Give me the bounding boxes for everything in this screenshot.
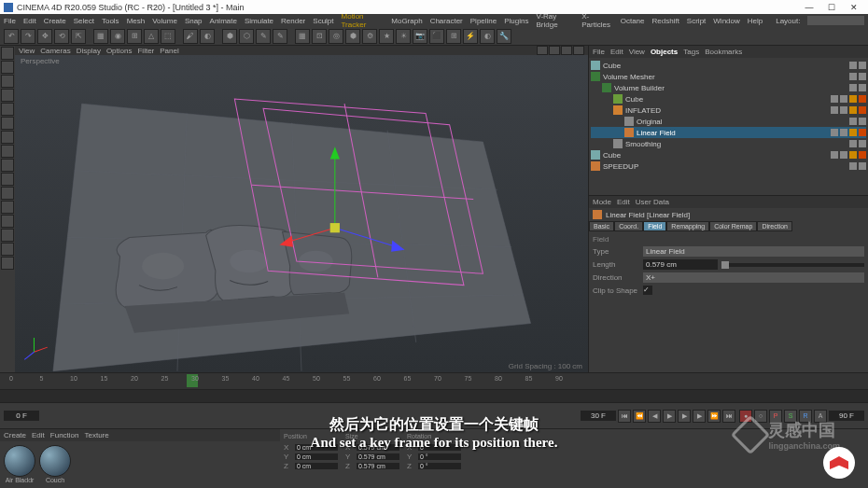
command-search[interactable] bbox=[807, 16, 864, 25]
range-start-field[interactable]: 0 F bbox=[4, 411, 39, 421]
attr-tab-color-remap[interactable]: Color Remap bbox=[709, 221, 757, 231]
menu-help[interactable]: Help bbox=[748, 17, 763, 25]
lefttool-5[interactable] bbox=[1, 117, 14, 130]
attr-length-slider[interactable] bbox=[721, 263, 864, 267]
toolbar-btn-12[interactable]: 🖌 bbox=[183, 29, 198, 44]
hierarchy-item[interactable]: Volume Builder bbox=[591, 82, 866, 93]
hierarchy-item[interactable]: Cube bbox=[591, 60, 866, 71]
timeline-ruler[interactable]: 051015202530354045505560657075808590 bbox=[0, 373, 868, 390]
lefttool-4[interactable] bbox=[1, 103, 14, 116]
toolbar-btn-7[interactable]: ◉ bbox=[110, 29, 125, 44]
menu-v-ray-bridge[interactable]: V-Ray Bridge bbox=[536, 12, 574, 29]
tag-icon[interactable] bbox=[849, 129, 857, 136]
vp-toggle-icon[interactable] bbox=[573, 46, 584, 55]
attr-tab-remapping[interactable]: Remapping bbox=[666, 221, 709, 231]
toolbar-btn-31[interactable]: ◐ bbox=[480, 29, 495, 44]
material-item[interactable]: Couch bbox=[39, 445, 71, 484]
tag-icon[interactable] bbox=[849, 62, 857, 69]
toolbar-btn-3[interactable]: ⟲ bbox=[54, 29, 69, 44]
play-button[interactable]: ▶ bbox=[678, 410, 691, 423]
lefttool-11[interactable] bbox=[1, 201, 14, 214]
prev-key-button[interactable]: ⏪ bbox=[633, 410, 646, 423]
hierarchy-item[interactable]: Linear Field bbox=[591, 127, 866, 138]
menu-sculpt[interactable]: Sculpt bbox=[313, 17, 333, 25]
obj-tab-file[interactable]: File bbox=[593, 48, 605, 56]
menu-simulate[interactable]: Simulate bbox=[245, 17, 273, 25]
tag-icon[interactable] bbox=[859, 129, 866, 136]
hierarchy-tree[interactable]: CubeVolume MesherVolume BuilderCubeINFLA… bbox=[589, 58, 868, 195]
toolbar-btn-29[interactable]: ⊞ bbox=[446, 29, 461, 44]
material-list[interactable]: Air BladdrCouch bbox=[0, 441, 280, 488]
toolbar-btn-2[interactable]: ✥ bbox=[37, 29, 52, 44]
coord-field[interactable]: 0 cm bbox=[295, 444, 338, 451]
toolbar-btn-21[interactable]: ⊡ bbox=[312, 29, 327, 44]
lefttool-7[interactable] bbox=[1, 145, 14, 158]
coord-field[interactable]: 0.579 cm bbox=[357, 463, 399, 469]
tag-icon[interactable] bbox=[859, 62, 866, 69]
vp-menu-panel[interactable]: Panel bbox=[160, 47, 178, 55]
menu-volume[interactable]: Volume bbox=[152, 17, 177, 25]
attr-head-mode[interactable]: Mode bbox=[593, 198, 611, 206]
viewport-3d[interactable]: Perspective Grid Spacing : 100 cm bbox=[15, 55, 588, 372]
toolbar-btn-4[interactable]: ⇱ bbox=[71, 29, 86, 44]
toolbar-btn-32[interactable]: 🔧 bbox=[497, 29, 511, 44]
close-button[interactable]: ✕ bbox=[844, 3, 864, 12]
attr-head-edit[interactable]: Edit bbox=[617, 198, 630, 206]
tag-icon[interactable] bbox=[840, 95, 847, 103]
tag-icon[interactable] bbox=[859, 151, 866, 159]
obj-tab-view[interactable]: View bbox=[629, 48, 645, 56]
lefttool-14[interactable] bbox=[1, 243, 14, 256]
menu-window[interactable]: Window bbox=[713, 17, 739, 25]
tag-icon[interactable] bbox=[831, 151, 838, 159]
lefttool-10[interactable] bbox=[1, 187, 14, 200]
menu-create[interactable]: Create bbox=[44, 17, 66, 25]
toolbar-btn-9[interactable]: △ bbox=[144, 29, 159, 44]
tag-icon[interactable] bbox=[859, 106, 866, 114]
menu-plugins[interactable]: Plugins bbox=[504, 17, 528, 25]
toolbar-btn-22[interactable]: ◎ bbox=[329, 29, 343, 44]
material-item[interactable]: Air Bladdr bbox=[4, 445, 35, 484]
toolbar-btn-16[interactable]: ⬡ bbox=[239, 29, 254, 44]
tag-icon[interactable] bbox=[831, 129, 838, 136]
menu-file[interactable]: File bbox=[4, 17, 16, 25]
toolbar-btn-24[interactable]: ⚙ bbox=[362, 29, 377, 44]
menu-animate[interactable]: Animate bbox=[210, 17, 237, 25]
attr-head-user-data[interactable]: User Data bbox=[636, 198, 669, 206]
menu-tools[interactable]: Tools bbox=[102, 17, 119, 25]
attr-tab-basic[interactable]: Basic bbox=[589, 221, 614, 231]
hierarchy-item[interactable]: Cube bbox=[591, 93, 866, 105]
lefttool-1[interactable] bbox=[1, 61, 14, 74]
menu-mograph[interactable]: MoGraph bbox=[391, 17, 422, 25]
lefttool-0[interactable] bbox=[1, 47, 14, 60]
tag-icon[interactable] bbox=[831, 106, 838, 114]
goto-end-button[interactable]: ⏭ bbox=[722, 410, 735, 423]
mat-tab-create[interactable]: Create bbox=[4, 431, 26, 439]
toolbar-btn-25[interactable]: ★ bbox=[379, 29, 394, 44]
coord-field[interactable]: 0.579 cm bbox=[357, 453, 399, 460]
hierarchy-item[interactable]: INFLATED bbox=[591, 105, 866, 116]
lefttool-3[interactable] bbox=[1, 89, 14, 102]
menu-edit[interactable]: Edit bbox=[23, 17, 36, 25]
toolbar-btn-10[interactable]: ⬚ bbox=[161, 29, 175, 44]
menu-render[interactable]: Render bbox=[281, 17, 305, 25]
menu-redshift[interactable]: Redshift bbox=[652, 17, 679, 25]
mat-tab-edit[interactable]: Edit bbox=[32, 431, 45, 439]
attr-tab-coord-[interactable]: Coord. bbox=[614, 221, 643, 231]
coord-field[interactable]: 0 cm bbox=[295, 453, 338, 460]
toolbar-btn-27[interactable]: 📷 bbox=[413, 29, 427, 44]
lefttool-13[interactable] bbox=[1, 229, 14, 242]
minimize-button[interactable]: — bbox=[799, 3, 819, 12]
coord-field[interactable]: 0.579 cm bbox=[357, 444, 399, 451]
menu-x-particles[interactable]: X-Particles bbox=[581, 12, 612, 29]
menu-octane[interactable]: Octane bbox=[621, 17, 645, 25]
play-back-button[interactable]: ▶ bbox=[663, 410, 676, 423]
tag-icon[interactable] bbox=[859, 73, 866, 80]
hierarchy-item[interactable]: Volume Mesher bbox=[591, 71, 866, 82]
attr-clip-checkbox[interactable]: ✓ bbox=[643, 286, 652, 295]
obj-tab-tags[interactable]: Tags bbox=[683, 48, 699, 56]
tag-icon[interactable] bbox=[849, 95, 857, 103]
hierarchy-item[interactable]: Smoothing bbox=[591, 138, 866, 149]
lefttool-2[interactable] bbox=[1, 75, 14, 88]
timeline-scrub[interactable] bbox=[0, 390, 868, 403]
menu-character[interactable]: Character bbox=[430, 17, 463, 25]
